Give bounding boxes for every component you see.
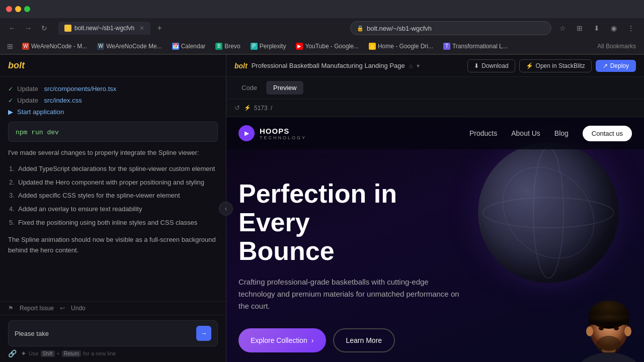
link-icon[interactable]: 🔗 [8, 349, 17, 357]
changes-list: Added TypeScript declarations for the sp… [8, 162, 218, 230]
send-button[interactable]: → [196, 326, 211, 341]
hero-buttons: Explore Collection › Learn More [238, 328, 632, 352]
flag-icon: ⚑ [8, 305, 14, 312]
bookmark-calendar[interactable]: 📅 Calendar [168, 41, 210, 51]
app-layout: bolt ✓ Update src/components/Hero.tsx ✓ … [0, 55, 644, 362]
download-browser-icon[interactable]: ⬇ [590, 21, 604, 35]
hero-title: Perfection in Every Bounce [238, 179, 450, 266]
back-button[interactable]: ← [6, 22, 18, 34]
collapse-panel-button[interactable]: ‹ [219, 202, 233, 216]
return-key: Return [62, 350, 81, 357]
learn-more-button[interactable]: Learn More [333, 328, 395, 352]
change-item-4: Added an overlay to ensure text readabil… [8, 203, 218, 216]
explore-collection-button[interactable]: Explore Collection › [238, 328, 326, 352]
change-item-3: Added specific CSS styles for the spline… [8, 189, 218, 203]
check-icon-2: ✓ [8, 97, 13, 104]
bookmark-drive[interactable]: △ Home - Google Dri... [365, 41, 437, 51]
description-text: I've made several changes to properly in… [8, 148, 218, 158]
chevron-down-icon: ▾ [417, 62, 420, 69]
apps-grid-icon[interactable]: ⊞ [4, 40, 16, 52]
preview-url-number: 5173 [254, 105, 268, 112]
bookmark-favicon-3: 📅 [172, 43, 179, 50]
svg-point-12 [624, 326, 631, 336]
forward-button[interactable]: → [22, 22, 34, 34]
hero-title-line2: Bounce [238, 236, 335, 265]
app-top-bar: bolt Professional Basketball Manufacturi… [226, 55, 644, 77]
change-item-5: Fixed the positioning using both inline … [8, 216, 218, 230]
nav-products[interactable]: Products [469, 129, 497, 137]
hero-subtitle: Crafting professional-grade basketballs … [238, 276, 460, 312]
bookmark-youtube[interactable]: ▶ YouTube - Google... [292, 41, 363, 51]
report-issue-btn[interactable]: Report Issue [20, 305, 54, 312]
profile-icon[interactable]: ◉ [607, 21, 621, 35]
bookmark-favicon-1: W [22, 43, 29, 50]
website-preview: ▶ HOOPS TECHNOLOGY Products About Us Blo… [226, 117, 644, 362]
address-bar[interactable]: 🔒 bolt.new/~/sb1-wgcfvh [350, 21, 551, 35]
nav-about[interactable]: About Us [511, 129, 540, 137]
input-hint: 🔗 ✦ Use Shift + Return for a new line [8, 349, 218, 357]
input-wrapper: → [8, 320, 218, 346]
preview-address-bar: ↺ ⚡ 5173 / [226, 99, 644, 117]
close-tab-icon[interactable]: ✕ [139, 25, 144, 32]
site-nav: ▶ HOOPS TECHNOLOGY Products About Us Blo… [226, 117, 644, 149]
bookmark-brevo[interactable]: B Brevo [211, 41, 244, 51]
tab-preview[interactable]: Preview [266, 81, 303, 95]
active-tab-label: bolt.new/~/sb1-wgcfvh [74, 25, 134, 32]
undo-btn[interactable]: Undo [71, 305, 86, 312]
close-button-dot[interactable] [6, 6, 12, 12]
terminal-command: npm run dev [16, 129, 59, 136]
bookmark-transform[interactable]: T Transformational L... [439, 41, 512, 51]
svg-point-10 [614, 326, 619, 330]
extension-icon[interactable]: ⊞ [573, 21, 587, 35]
tab-code[interactable]: Code [234, 81, 264, 95]
site-logo: ▶ HOOPS TECHNOLOGY [238, 125, 306, 141]
bookmarks-all[interactable]: All Bookmarks [593, 41, 640, 51]
bookmark-wearenoc2[interactable]: W WeAreNoCode Me... [93, 41, 166, 51]
contact-button[interactable]: Contact us [583, 126, 632, 141]
new-tab-button[interactable]: + [153, 22, 166, 34]
download-button[interactable]: ⬇ Download [467, 59, 515, 72]
logo-play-icon: ▶ [245, 130, 249, 137]
nav-blog[interactable]: Blog [554, 129, 569, 137]
check-icon-1: ✓ [8, 85, 13, 93]
svg-point-11 [586, 326, 593, 336]
bookmark-wearenoc1[interactable]: W WeAreNoCode - M... [18, 41, 91, 51]
bookmark-favicon-2: W [97, 43, 104, 50]
page-title-header: Professional Basketball Manufacturing La… [252, 62, 405, 69]
arrow-icon: ▶ [8, 108, 13, 116]
panel-footer: ⚑ Report Issue ↩ Undo [0, 301, 226, 315]
preview-url: ⚡ 5173 / [244, 105, 272, 112]
preview-refresh-button[interactable]: ↺ [234, 104, 240, 112]
stackblitz-button[interactable]: ⚡ Open in StackBlitz [519, 59, 592, 72]
bookmark-favicon-7: △ [369, 43, 376, 50]
left-panel: bolt ✓ Update src/components/Hero.tsx ✓ … [0, 55, 226, 362]
sparkle-icon[interactable]: ✦ [21, 349, 27, 357]
right-panel: bolt Professional Basketball Manufacturi… [226, 55, 644, 362]
browser-chrome: ← → ↻ ⚡ bolt.new/~/sb1-wgcfvh ✕ + 🔒 bolt… [0, 0, 644, 55]
undo-icon: ↩ [60, 305, 65, 312]
minimize-button-dot[interactable] [15, 6, 21, 12]
avatar-corner [574, 292, 644, 362]
maximize-button-dot[interactable] [24, 6, 30, 12]
bookmark-icon[interactable]: ☆ [555, 21, 570, 35]
file-update-1: ✓ Update src/components/Hero.tsx [8, 83, 218, 95]
browser-actions: ☆ ⊞ ⬇ ◉ ⋮ [555, 21, 638, 35]
menu-icon[interactable]: ⋮ [624, 21, 638, 35]
reload-button[interactable]: ↻ [38, 22, 50, 34]
bookmark-favicon-8: T [443, 43, 450, 50]
deploy-button[interactable]: ↗ Deploy [596, 60, 636, 72]
active-tab[interactable]: ⚡ bolt.new/~/sb1-wgcfvh ✕ [58, 22, 150, 35]
logo-text: HOOPS TECHNOLOGY [260, 127, 306, 140]
site-menu: Products About Us Blog Contact us [469, 126, 632, 141]
chat-input[interactable] [15, 330, 192, 337]
filename-1: src/components/Hero.tsx [44, 85, 117, 93]
file-update-2: ✓ Update src/index.css [8, 95, 218, 106]
shift-key: Shift [41, 350, 55, 357]
deploy-icon: ↗ [603, 62, 608, 69]
bookmarks-bar: ⊞ W WeAreNoCode - M... W WeAreNoCode Me.… [0, 38, 644, 54]
change-item-2: Updated the Hero component with proper p… [8, 176, 218, 190]
bookmark-perplexity[interactable]: P Perplexity [247, 41, 290, 51]
bookmark-favicon-5: P [251, 43, 258, 50]
logo-sub: TECHNOLOGY [260, 135, 306, 140]
hero-title-line1: Perfection in Every [238, 179, 397, 237]
